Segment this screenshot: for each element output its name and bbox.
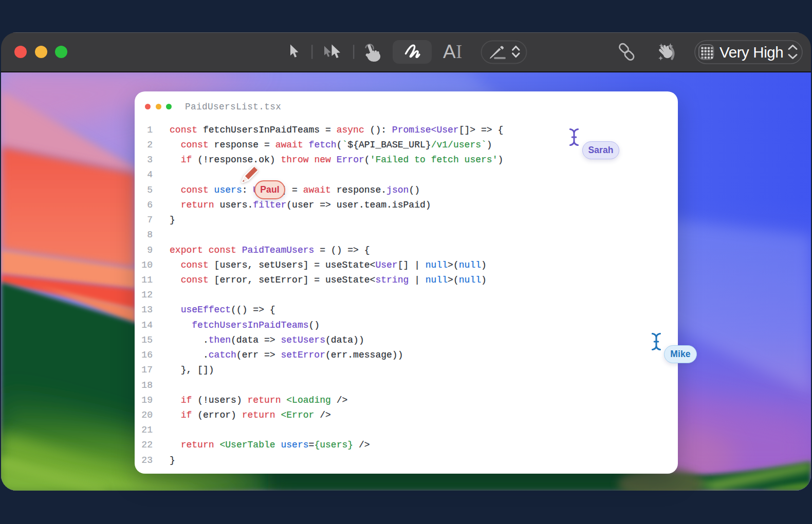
- svg-text:I: I: [456, 41, 462, 62]
- svg-text:A: A: [443, 41, 456, 62]
- svg-text:Very High: Very High: [719, 44, 783, 61]
